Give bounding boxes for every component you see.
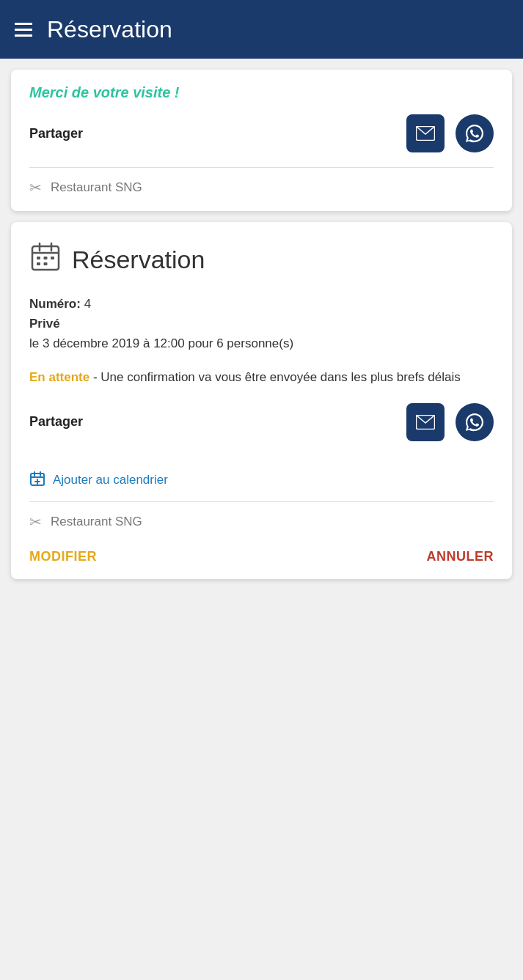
date-line: le 3 décembre 2019 à 12:00 pour 6 person… [29, 334, 494, 353]
action-buttons: MODIFIER ANNULER [29, 542, 494, 564]
restaurant-row-1: ✂ Restaurant SNG [29, 179, 494, 196]
restaurant-name-1: Restaurant SNG [51, 180, 142, 195]
svg-rect-6 [44, 257, 48, 259]
cancel-button[interactable]: ANNULER [427, 549, 494, 564]
status-pending-label: En attente [29, 370, 89, 384]
svg-rect-5 [37, 257, 40, 259]
email-button-1[interactable] [406, 114, 445, 152]
restaurant-row-2: ✂ Restaurant SNG [29, 513, 494, 531]
share-row-2: Partager [29, 403, 494, 441]
fork-knife-icon-2: ✂ [29, 513, 42, 531]
whatsapp-button-2[interactable] [456, 403, 494, 441]
whatsapp-button-1[interactable] [456, 114, 494, 152]
thank-you-message: Merci de votre visite ! [29, 84, 494, 101]
email-button-2[interactable] [406, 403, 445, 441]
divider-1 [29, 167, 494, 168]
calendar-add-svg [29, 471, 45, 487]
menu-icon[interactable] [15, 23, 32, 37]
add-calendar-link[interactable]: Ajouter au calendrier [53, 473, 168, 487]
status-description: - Une confirmation va vous être envoyée … [93, 370, 461, 384]
prive-label: Privé [29, 317, 60, 331]
calendar-link-row[interactable]: Ajouter au calendrier [29, 471, 494, 490]
share-row-1: Partager [29, 114, 494, 152]
svg-rect-9 [44, 262, 48, 265]
reservation-details: Numéro: 4 Privé le 3 décembre 2019 à 12:… [29, 294, 494, 354]
fork-knife-icon-1: ✂ [29, 179, 42, 196]
thank-you-card: Merci de votre visite ! Partager ✂ Re [11, 70, 512, 211]
email-icon [416, 126, 435, 141]
numero-line: Numéro: 4 [29, 294, 494, 314]
whatsapp-icon [464, 123, 485, 144]
restaurant-name-2: Restaurant SNG [51, 515, 142, 529]
prive-line: Privé [29, 314, 494, 334]
cards-container: Merci de votre visite ! Partager ✂ Re [0, 59, 523, 590]
calendar-add-icon [29, 471, 45, 490]
divider-2 [29, 501, 494, 502]
share-label-2: Partager [29, 414, 83, 430]
numero-value: 4 [84, 297, 91, 311]
numero-label: Numéro: [29, 297, 81, 311]
modify-button[interactable]: MODIFIER [29, 549, 97, 564]
reservation-heading: Réservation [72, 246, 205, 274]
svg-rect-7 [51, 257, 54, 259]
page-title: Réservation [47, 16, 172, 43]
svg-rect-8 [37, 262, 40, 265]
calendar-icon [29, 240, 62, 273]
calendar-icon-large [29, 240, 62, 279]
app-header: Réservation [0, 0, 523, 59]
email-icon-2 [416, 415, 435, 430]
share-label-1: Partager [29, 126, 83, 141]
reservation-title-row: Réservation [29, 240, 494, 279]
status-section: En attente - Une confirmation va vous êt… [29, 367, 494, 387]
whatsapp-icon-2 [464, 412, 485, 432]
reservation-card: Réservation Numéro: 4 Privé le 3 décembr… [11, 222, 512, 579]
